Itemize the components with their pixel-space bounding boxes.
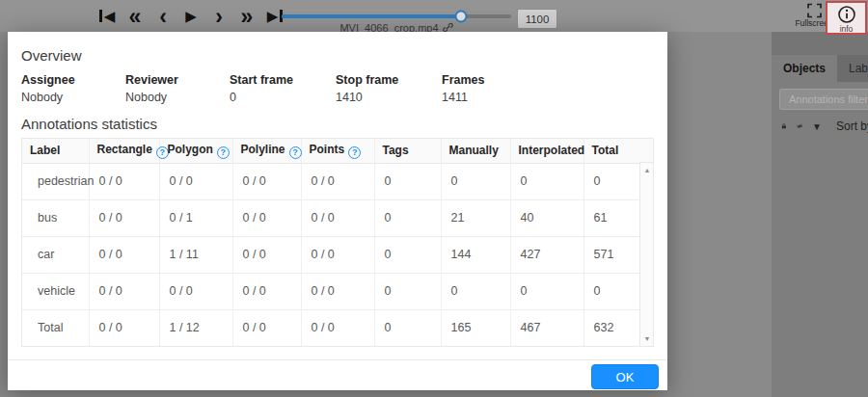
table-row-car: car 0 / 0 1 / 11 0 / 0 0 / 0 0 144 427 5… [22,236,640,273]
backward-icon: « [129,6,142,27]
cvat-annotation-screen: ◀ « ‹ ▶ › » ▶ MVI_4066_crop.mp4 Fullscre… [0,0,868,397]
cell: 0 [441,273,510,309]
tab-labels[interactable]: Labels [837,55,868,82]
cell: 40 [510,199,583,236]
tab-objects[interactable]: Objects [772,55,837,82]
cell: 0 / 0 [159,163,232,199]
field-reviewer: Reviewer Nobody [125,73,230,104]
frame-slider[interactable] [282,14,511,18]
cell: 21 [441,199,510,236]
tab-objects-label: Objects [783,62,826,75]
cell: 0 / 0 [89,309,159,346]
play-icon: ▶ [185,9,197,23]
cell: 1 / 12 [159,309,232,346]
col-interpolated: Interpolated [510,139,583,163]
cell: 0 / 0 [301,163,374,199]
cell: 0 / 0 [232,273,301,309]
cell: 0 / 0 [301,236,374,273]
field-start-frame-label: Start frame [230,73,336,87]
row-label: vehicle [22,273,89,309]
table-row-bus: bus 0 / 0 0 / 1 0 / 0 0 / 0 0 21 40 61 [22,199,640,236]
field-frames-value: 1411 [442,91,546,104]
col-rectangle: Rectangle? [89,139,159,163]
frame-slider-handle[interactable] [454,11,467,23]
field-assignee-label: Assignee [21,73,125,87]
table-row-total: Total 0 / 0 1 / 12 0 / 0 0 / 0 0 165 467… [22,309,640,346]
cell: 0 / 0 [232,199,301,236]
cell: 0 / 0 [232,163,301,199]
first-frame-icon: ◀ [104,9,116,23]
field-assignee-value: Nobody [21,91,125,104]
cell: 571 [583,236,640,273]
polyline-help-icon[interactable]: ? [289,146,302,159]
sidebar-toolbar: ▼ Sort by [781,117,868,136]
row-label: Total [22,309,89,346]
cell: 427 [510,236,583,273]
points-help-icon[interactable]: ? [348,146,361,159]
first-frame-button[interactable]: ◀ [96,3,118,30]
polygon-help-icon[interactable]: ? [217,146,230,159]
cell: 0 / 0 [159,273,232,309]
col-total: Total [583,139,640,163]
col-polyline: Polyline? [232,139,301,163]
field-frames-label: Frames [442,73,546,87]
row-label: bus [22,199,89,236]
cell: 0 [510,163,583,199]
eye-hidden-icon[interactable] [797,120,802,132]
cell: 0 / 1 [159,199,232,236]
field-stop-frame-value: 1410 [336,91,442,104]
overview-fields: Assignee Nobody Reviewer Nobody Start fr… [21,73,654,104]
table-header-row: Label Rectangle? Polygon? Polyline? Poin… [22,139,640,163]
col-manually: Manually [441,139,510,163]
player-controls: ◀ « ‹ ▶ › » ▶ [96,0,285,32]
ok-button[interactable]: OK [591,364,659,389]
col-polygon: Polygon? [159,139,232,163]
row-label: car [22,236,89,273]
info-label: info [827,24,865,34]
annotations-filter-placeholder: Annotations filter [789,93,868,105]
backward-button[interactable]: « [124,3,146,30]
field-start-frame: Start frame 0 [230,73,336,104]
chevron-down-icon[interactable]: ▼ [812,121,822,132]
annotations-filter-input[interactable]: Annotations filter [779,89,868,110]
table-scrollbar[interactable]: ▲ ▼ [639,163,653,346]
scroll-down-icon[interactable]: ▼ [640,335,654,342]
first-frame-bar [99,10,102,22]
sidebar-tabs: Objects Labels [772,55,868,82]
field-reviewer-value: Nobody [125,91,230,104]
sort-by-dropdown[interactable]: Sort by [836,119,868,133]
last-frame-icon: ▶ [267,9,279,23]
forward-button[interactable]: » [236,3,258,30]
col-tags: Tags [374,139,441,163]
scroll-up-icon[interactable]: ▲ [640,167,654,173]
lock-icon[interactable] [781,119,787,133]
play-button[interactable]: ▶ [180,3,202,30]
field-reviewer-label: Reviewer [125,73,230,87]
frame-slider-fill [282,14,461,18]
info-button[interactable]: info [826,1,867,35]
cell: 0 [374,199,441,236]
modal-footer: OK [8,359,667,390]
forward-icon: » [241,6,254,27]
previous-frame-icon: ‹ [159,6,167,27]
sidebar-top-strip [772,32,868,55]
cell: 0 / 0 [301,273,374,309]
statistics-table: Label Rectangle? Polygon? Polyline? Poin… [21,138,654,347]
next-frame-button[interactable]: › [208,3,230,30]
cell: 0 [374,309,441,346]
table-row-vehicle: vehicle 0 / 0 0 / 0 0 / 0 0 / 0 0 0 0 0 [22,273,640,309]
cell: 0 [374,273,441,309]
cell: 0 / 0 [89,163,159,199]
cell: 1 / 11 [159,236,232,273]
info-icon [837,5,856,24]
overview-title: Overview [21,47,654,64]
previous-frame-button[interactable]: ‹ [152,3,174,30]
frame-number-input[interactable] [517,9,557,29]
cell: 0 [583,163,640,199]
fullscreen-icon [806,3,823,18]
cell: 467 [510,309,583,346]
cell: 0 [374,163,441,199]
cell: 0 / 0 [301,309,374,346]
cell: 144 [441,236,510,273]
col-points: Points? [301,139,374,163]
